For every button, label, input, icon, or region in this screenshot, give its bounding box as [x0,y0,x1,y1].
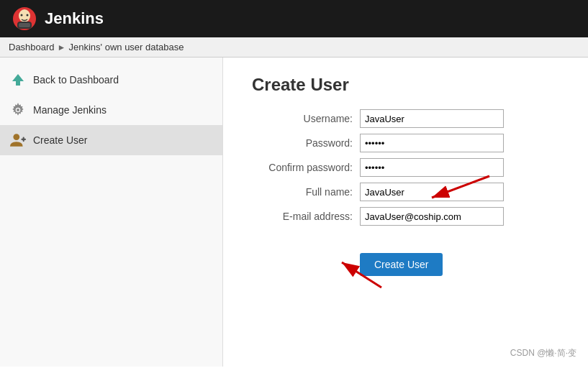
svg-marker-6 [12,74,24,86]
jenkins-logo [12,6,37,32]
sidebar-item-back-to-dashboard[interactable]: Back to Dashboard [0,65,222,95]
breadcrumb: Dashboard ► Jenkins' own user database [0,37,588,58]
confirm-password-input[interactable] [360,158,504,177]
email-input[interactable] [360,207,504,226]
svg-rect-12 [23,137,24,142]
sidebar: Back to Dashboard Manage Jenkins [0,58,223,367]
fullname-input[interactable] [360,183,504,201]
breadcrumb-separator: ► [58,42,66,52]
main-content: Create User Username: Password: Confirm … [223,58,588,367]
confirm-password-row: Confirm password: [252,158,559,177]
confirm-password-label: Confirm password: [252,162,360,173]
app-title: Jenkins [45,9,104,28]
watermark: CSDN @懒·简·变 [510,347,576,359]
user-add-icon [10,132,26,148]
gear-icon [10,102,26,118]
breadcrumb-home[interactable]: Dashboard [9,42,55,52]
create-user-button[interactable]: Create User [360,253,443,276]
email-row: E-mail address: [252,207,559,226]
sidebar-back-label: Back to Dashboard [33,74,119,86]
svg-point-2 [21,14,23,17]
password-label: Password: [252,137,360,149]
username-label: Username: [252,113,360,124]
svg-point-10 [13,134,19,140]
username-row: Username: [252,109,559,128]
app-header: Jenkins [0,0,588,37]
fullname-row: Full name: [252,183,559,201]
svg-point-9 [17,109,19,111]
svg-point-3 [27,14,29,17]
sidebar-item-create-user[interactable]: Create User [0,125,222,155]
sidebar-create-user-label: Create User [33,134,87,146]
page-title: Create User [252,75,559,95]
username-input[interactable] [360,109,504,128]
email-label: E-mail address: [252,211,360,222]
breadcrumb-current: Jenkins' own user database [69,42,184,52]
create-user-form: Username: Password: Confirm password: Fu… [252,109,559,276]
main-layout: Back to Dashboard Manage Jenkins [0,58,588,367]
svg-rect-5 [19,23,30,27]
fullname-label: Full name: [252,186,360,198]
sidebar-manage-label: Manage Jenkins [33,104,107,116]
password-input[interactable] [360,134,504,152]
sidebar-item-manage-jenkins[interactable]: Manage Jenkins [0,95,222,125]
arrow-up-icon [10,72,26,88]
submit-row: Create User [360,239,559,276]
password-row: Password: [252,134,559,152]
